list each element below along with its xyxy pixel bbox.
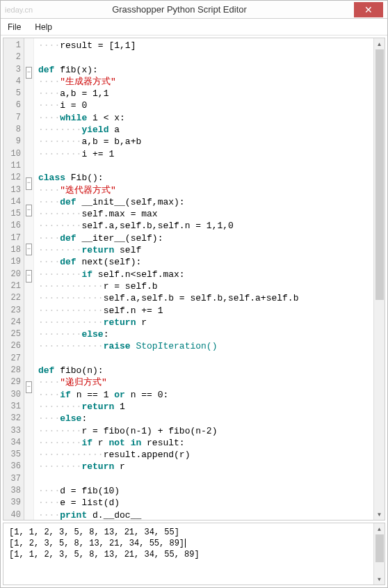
code-line[interactable]: ····"生成器方式" (38, 76, 373, 88)
code-line[interactable]: ············return r (38, 317, 373, 328)
editor-pane: 1234567891011121314151617181920212223242… (3, 38, 385, 521)
code-line[interactable]: ············self.a,self.b = self.b,self.… (38, 292, 373, 304)
fold-toggle-icon[interactable]: − (26, 205, 32, 216)
fold-toggle-icon[interactable]: − (26, 177, 32, 189)
code-line[interactable]: ····else: (38, 413, 373, 424)
scrollbar-thumb[interactable] (375, 49, 384, 300)
code-line[interactable]: ····i = 0 (38, 100, 373, 111)
line-number: 12 (3, 172, 24, 184)
fold-column: −−−−−− (24, 38, 34, 520)
code-line[interactable]: ········if r not in result: (38, 437, 373, 449)
fold-toggle-icon[interactable]: − (26, 381, 32, 393)
line-number: 23 (3, 305, 24, 317)
line-number: 34 (3, 437, 24, 449)
code-line[interactable] (38, 51, 373, 63)
line-number: 25 (3, 328, 24, 340)
output-line: [1, 1, 2, 3, 5, 8, 13, 21, 34, 55, 89] (9, 549, 379, 560)
code-line[interactable]: ····"递归方式" (38, 376, 373, 388)
watermark-text: ieday.cn (5, 6, 33, 14)
code-line[interactable]: ········if self.n<self.max: (38, 269, 373, 280)
line-number: 5 (3, 88, 24, 100)
code-line[interactable]: ············r = self.b (38, 280, 373, 292)
code-line[interactable] (38, 353, 373, 365)
code-line[interactable]: ····def next(self): (38, 256, 373, 268)
code-line[interactable]: ········self.a,self.b,self.n = 1,1,0 (38, 220, 373, 232)
line-number: 2 (3, 51, 24, 63)
window-title: Grasshopper Python Script Editor (5, 4, 354, 15)
code-line[interactable]: ····"迭代器方式" (38, 184, 373, 196)
vertical-scrollbar[interactable]: ▲ ▼ (373, 38, 385, 520)
output-scrollbar[interactable]: ▲ ▼ (373, 523, 385, 585)
code-line[interactable]: def fib(x): (38, 64, 373, 76)
code-line[interactable]: ········yield a (38, 124, 373, 136)
code-line[interactable]: ············self.n += 1 (38, 305, 373, 317)
fold-toggle-icon[interactable]: − (26, 67, 32, 79)
scroll-down-icon[interactable]: ▼ (374, 573, 385, 585)
line-number: 21 (3, 280, 24, 292)
code-line[interactable]: ····def __init__(self,max): (38, 196, 373, 208)
scroll-up-icon[interactable]: ▲ (374, 523, 385, 534)
line-number: 36 (3, 461, 24, 472)
code-line[interactable]: ····def __iter__(self): (38, 232, 373, 244)
close-button[interactable]: ✕ (354, 2, 383, 17)
line-number: 26 (3, 340, 24, 352)
code-line[interactable]: ········self.max = max (38, 208, 373, 220)
line-number: 6 (3, 100, 24, 111)
line-number: 24 (3, 317, 24, 328)
code-line[interactable]: def fibo(n): (38, 365, 373, 376)
line-number: 22 (3, 292, 24, 304)
line-number: 38 (3, 485, 24, 497)
code-line[interactable]: ········return r (38, 461, 373, 472)
menu-file[interactable]: File (8, 22, 21, 32)
line-number: 10 (3, 148, 24, 160)
fold-toggle-icon[interactable]: − (26, 244, 32, 255)
line-number: 15 (3, 208, 24, 220)
line-number: 19 (3, 256, 24, 268)
code-line[interactable]: ····if n == 1 or n == 0: (38, 389, 373, 401)
line-number: 27 (3, 353, 24, 365)
code-line[interactable]: ····e = list(d) (38, 497, 373, 509)
line-number: 30 (3, 389, 24, 401)
line-number: 13 (3, 184, 24, 196)
line-number: 1 (3, 40, 24, 51)
output-line: [1, 2, 3, 5, 8, 13, 21, 34, 55, 89] (9, 538, 379, 549)
code-line[interactable] (38, 473, 373, 485)
output-line: [1, 1, 2, 3, 5, 8, 13, 21, 34, 55] (9, 527, 379, 538)
line-number: 29 (3, 376, 24, 388)
code-line[interactable]: ········a,b = b,a+b (38, 136, 373, 148)
line-number: 37 (3, 473, 24, 485)
code-line[interactable]: ········i += 1 (38, 148, 373, 160)
output-panel[interactable]: [1, 1, 2, 3, 5, 8, 13, 21, 34, 55][1, 2,… (3, 523, 385, 585)
code-area[interactable]: ····result = [1,1]def fib(x):····"生成器方式"… (34, 38, 373, 520)
code-line[interactable]: ····print d.__doc__ (38, 509, 373, 520)
line-number-gutter: 1234567891011121314151617181920212223242… (3, 38, 24, 520)
line-number: 31 (3, 401, 24, 413)
line-number: 28 (3, 365, 24, 376)
code-line[interactable]: ····while i < x: (38, 112, 373, 124)
line-number: 32 (3, 413, 24, 424)
code-line[interactable]: ············result.append(r) (38, 449, 373, 461)
title-bar: ieday.cn Grasshopper Python Script Edito… (1, 1, 387, 19)
line-number: 3 (3, 64, 24, 76)
code-line[interactable]: ····d = fib(10) (38, 485, 373, 497)
fold-toggle-icon[interactable]: − (26, 270, 32, 282)
output-scrollbar-thumb[interactable] (375, 534, 384, 562)
line-number: 8 (3, 124, 24, 136)
close-icon: ✕ (364, 4, 373, 15)
code-line[interactable]: ········return self (38, 244, 373, 256)
line-number: 9 (3, 136, 24, 148)
code-line[interactable]: ····result = [1,1] (38, 40, 373, 51)
code-line[interactable]: ········else: (38, 328, 373, 340)
code-line[interactable]: ····a,b = 1,1 (38, 88, 373, 100)
scroll-down-icon[interactable]: ▼ (374, 509, 385, 520)
menu-bar: File Help (1, 19, 387, 35)
line-number: 16 (3, 220, 24, 232)
menu-help[interactable]: Help (35, 22, 52, 32)
code-line[interactable]: class Fib(): (38, 172, 373, 184)
scroll-up-icon[interactable]: ▲ (374, 38, 385, 49)
code-line[interactable]: ············raise StopIteration() (38, 340, 373, 352)
code-line[interactable]: ········return 1 (38, 401, 373, 413)
code-line[interactable]: ········r = fibo(n-1) + fibo(n-2) (38, 425, 373, 437)
line-number: 7 (3, 112, 24, 124)
code-line[interactable] (38, 160, 373, 172)
